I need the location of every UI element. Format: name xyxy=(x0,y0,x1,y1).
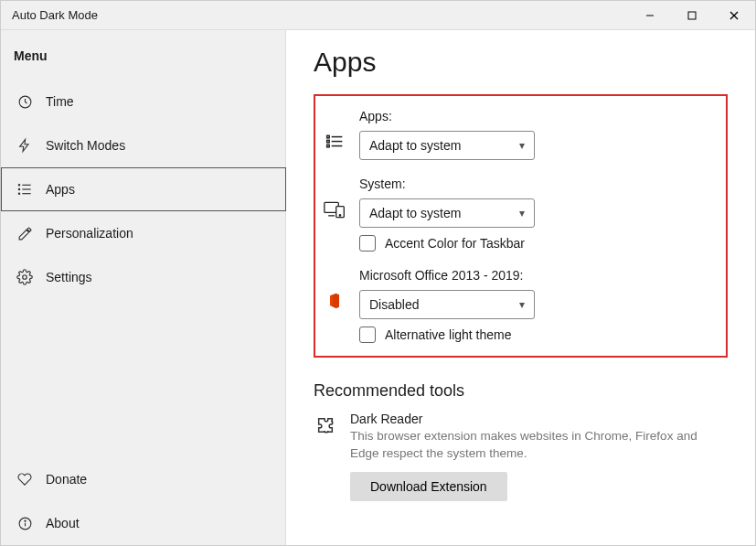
svg-point-8 xyxy=(18,185,19,186)
lightning-icon xyxy=(16,137,33,154)
tool-description: This browser extension makes websites in… xyxy=(350,428,697,463)
sidebar: Menu Time Switch Modes xyxy=(1,30,286,545)
sidebar-item-label: Time xyxy=(46,94,74,109)
alt-light-theme-label: Alternative light theme xyxy=(385,327,512,342)
puzzle-icon xyxy=(314,415,337,435)
sidebar-header: Menu xyxy=(1,30,285,80)
close-button[interactable] xyxy=(713,1,755,30)
sidebar-bottom: Donate About xyxy=(1,457,285,545)
accent-taskbar-checkbox[interactable] xyxy=(359,235,376,252)
minimize-button[interactable] xyxy=(629,1,671,30)
setting-office: Microsoft Office 2013 - 2019: Disabled ▾… xyxy=(323,268,713,343)
setting-system: System: Adapt to system ▾ Accent Color f… xyxy=(323,177,713,252)
svg-point-10 xyxy=(18,193,19,194)
accent-taskbar-label: Accent Color for Taskbar xyxy=(385,236,525,251)
tool-dark-reader: Dark Reader This browser extension makes… xyxy=(314,412,728,501)
alt-light-theme-row: Alternative light theme xyxy=(359,327,713,343)
sidebar-item-label: Personalization xyxy=(46,226,133,241)
sidebar-nav: Time Switch Modes Apps xyxy=(1,80,285,545)
apps-select-label: Apps: xyxy=(359,109,713,123)
system-select-value: Adapt to system xyxy=(369,206,461,220)
chevron-down-icon: ▾ xyxy=(519,298,525,311)
system-select-label: System: xyxy=(359,177,713,191)
office-select-value: Disabled xyxy=(369,297,419,312)
sidebar-item-donate[interactable]: Donate xyxy=(1,457,285,501)
sidebar-item-switch-modes[interactable]: Switch Modes xyxy=(1,123,285,167)
system-select[interactable]: Adapt to system ▾ xyxy=(359,198,535,228)
sidebar-item-label: Switch Modes xyxy=(46,138,125,153)
office-select-label: Microsoft Office 2013 - 2019: xyxy=(359,268,713,283)
window-title: Auto Dark Mode xyxy=(12,8,98,22)
minimize-icon xyxy=(645,11,655,20)
svg-rect-17 xyxy=(327,140,330,143)
svg-point-14 xyxy=(24,520,25,521)
apps-select[interactable]: Adapt to system ▾ xyxy=(359,131,535,160)
apps-settings-group: Apps: Adapt to system ▾ System: xyxy=(314,94,728,358)
window-body: Menu Time Switch Modes xyxy=(1,30,755,545)
gear-icon xyxy=(16,269,33,285)
svg-point-24 xyxy=(339,215,340,216)
accent-taskbar-row: Accent Color for Taskbar xyxy=(359,235,713,252)
chevron-down-icon: ▾ xyxy=(519,207,525,219)
apps-select-value: Adapt to system xyxy=(369,138,461,153)
sidebar-item-about[interactable]: About xyxy=(1,501,285,545)
titlebar: Auto Dark Mode xyxy=(1,1,755,30)
list-icon xyxy=(16,181,33,198)
sidebar-item-label: Donate xyxy=(46,472,87,487)
svg-point-11 xyxy=(23,275,27,280)
office-icon xyxy=(323,292,346,310)
content-area: Apps Apps: Adapt to system ▾ xyxy=(286,30,755,545)
info-icon xyxy=(16,515,33,531)
sidebar-item-apps[interactable]: Apps xyxy=(1,167,286,211)
svg-point-9 xyxy=(18,188,19,189)
page-title: Apps xyxy=(314,47,728,78)
tool-name: Dark Reader xyxy=(350,412,728,426)
recommended-heading: Recommended tools xyxy=(314,381,728,401)
svg-rect-1 xyxy=(688,12,696,19)
maximize-button[interactable] xyxy=(671,1,713,30)
app-window: Auto Dark Mode Menu Time xyxy=(0,0,756,546)
sidebar-item-personalization[interactable]: Personalization xyxy=(1,211,285,255)
sidebar-item-label: Settings xyxy=(46,270,92,284)
chevron-down-icon: ▾ xyxy=(519,139,525,152)
apps-list-icon xyxy=(323,133,346,151)
sidebar-item-settings[interactable]: Settings xyxy=(1,255,285,299)
devices-icon xyxy=(323,200,346,219)
close-icon xyxy=(729,11,739,20)
office-select[interactable]: Disabled ▾ xyxy=(359,290,535,319)
alt-light-theme-checkbox[interactable] xyxy=(359,327,376,343)
svg-rect-19 xyxy=(327,145,330,147)
setting-apps: Apps: Adapt to system ▾ xyxy=(323,109,713,160)
sidebar-item-label: About xyxy=(46,516,80,530)
svg-rect-15 xyxy=(327,135,330,138)
window-controls xyxy=(629,1,755,30)
sidebar-item-label: Apps xyxy=(46,182,75,197)
pencil-icon xyxy=(16,225,33,241)
sidebar-item-time[interactable]: Time xyxy=(1,80,285,123)
heart-icon xyxy=(16,471,33,487)
clock-icon xyxy=(16,93,33,110)
download-extension-button[interactable]: Download Extension xyxy=(350,472,507,501)
maximize-icon xyxy=(687,11,697,20)
